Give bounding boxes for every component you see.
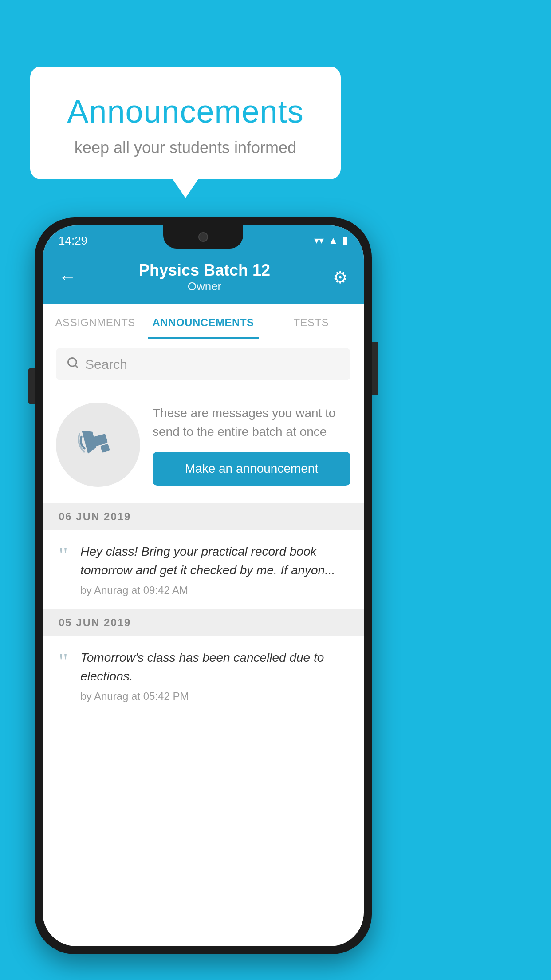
tabs-container: ASSIGNMENTS ANNOUNCEMENTS TESTS: [43, 304, 364, 339]
date-divider-1: 06 JUN 2019: [43, 503, 364, 530]
promo-description: These are messages you want to send to t…: [153, 404, 350, 441]
svg-rect-3: [93, 434, 108, 446]
speech-bubble-container: Announcements keep all your students inf…: [30, 67, 341, 179]
phone-screen: 14:29 ▾▾ ▲ ▮ ← Physics Batch 12 Owner ⚙: [43, 225, 364, 946]
megaphone-icon: [72, 416, 123, 474]
front-camera: [198, 232, 208, 242]
quote-icon-2: ": [59, 650, 68, 673]
announcement-content-2: Tomorrow's class has been cancelled due …: [80, 648, 348, 703]
status-icons: ▾▾ ▲ ▮: [314, 235, 348, 246]
speech-bubble-title: Announcements: [52, 93, 319, 130]
app-header: ← Physics Batch 12 Owner ⚙: [43, 252, 364, 304]
speech-bubble: Announcements keep all your students inf…: [30, 67, 341, 179]
search-placeholder: Search: [85, 357, 127, 372]
phone-outer: 14:29 ▾▾ ▲ ▮ ← Physics Batch 12 Owner ⚙: [35, 217, 372, 954]
batch-role: Owner: [76, 280, 333, 293]
search-container: Search: [43, 339, 364, 389]
wifi-icon: ▾▾: [314, 235, 324, 246]
header-center: Physics Batch 12 Owner: [76, 261, 333, 293]
promo-right: These are messages you want to send to t…: [153, 404, 350, 486]
tab-announcements[interactable]: ANNOUNCEMENTS: [148, 304, 258, 339]
batch-title: Physics Batch 12: [76, 261, 333, 280]
announcement-content-1: Hey class! Bring your practical record b…: [80, 542, 348, 597]
status-time: 14:29: [59, 234, 87, 248]
announcement-meta-1: by Anurag at 09:42 AM: [80, 584, 348, 597]
signal-icon: ▲: [328, 235, 338, 246]
quote-icon-1: ": [59, 544, 68, 567]
search-bar[interactable]: Search: [56, 348, 350, 380]
svg-line-1: [75, 365, 77, 367]
settings-button[interactable]: ⚙: [333, 268, 348, 287]
announcement-meta-2: by Anurag at 05:42 PM: [80, 690, 348, 703]
tab-assignments[interactable]: ASSIGNMENTS: [43, 304, 148, 339]
tab-tests[interactable]: TESTS: [259, 304, 364, 339]
phone-notch: [163, 225, 243, 249]
battery-icon: ▮: [342, 235, 348, 246]
speech-bubble-subtitle: keep all your students informed: [52, 138, 319, 157]
phone-wrapper: 14:29 ▾▾ ▲ ▮ ← Physics Batch 12 Owner ⚙: [35, 217, 372, 954]
announcement-text-2: Tomorrow's class has been cancelled due …: [80, 648, 348, 686]
announcement-item-1[interactable]: " Hey class! Bring your practical record…: [43, 530, 364, 609]
promo-icon-circle: [56, 403, 140, 487]
announcement-text-1: Hey class! Bring your practical record b…: [80, 542, 348, 580]
back-button[interactable]: ←: [59, 267, 76, 287]
search-icon: [67, 356, 79, 372]
make-announcement-button[interactable]: Make an announcement: [153, 452, 350, 486]
announcement-item-2[interactable]: " Tomorrow's class has been cancelled du…: [43, 636, 364, 715]
svg-rect-4: [100, 443, 110, 452]
announcement-promo: These are messages you want to send to t…: [43, 389, 364, 503]
date-divider-2: 05 JUN 2019: [43, 609, 364, 636]
